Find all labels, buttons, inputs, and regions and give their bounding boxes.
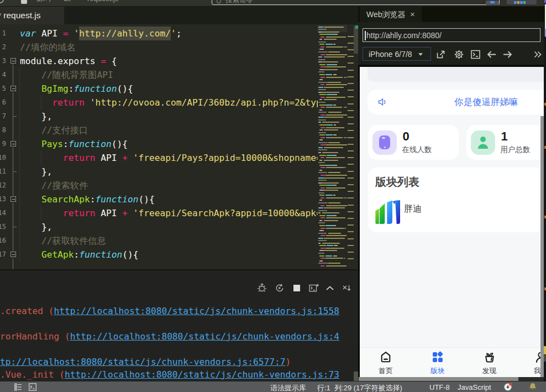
collapse-up-icon[interactable]	[325, 283, 335, 293]
minimap-line	[319, 245, 326, 246]
minimap-line	[319, 215, 326, 216]
minimap-line	[344, 137, 347, 138]
code-text: return API + 'freeapi/Pays?appid=10000&s…	[20, 151, 318, 165]
fold-icon[interactable]	[11, 196, 16, 202]
minimap-line	[319, 195, 324, 196]
board-logo[interactable]	[375, 200, 400, 225]
minimap-line	[334, 124, 336, 126]
gear-icon[interactable]	[454, 50, 464, 59]
cursor-position-status[interactable]: 行:1 列:29 (17字符被选择)	[317, 383, 402, 392]
minimap-line	[321, 197, 324, 198]
search-filter-button[interactable]	[486, 1, 499, 5]
token-op: +	[122, 153, 128, 163]
line-number: 6	[0, 96, 6, 109]
stop-icon[interactable]	[292, 283, 302, 293]
fold-icon[interactable]	[11, 86, 16, 91]
encoding-status[interactable]: UTF-8	[429, 383, 450, 391]
stat-card-online[interactable]: 0 在线人数	[368, 125, 459, 160]
minimap-line	[321, 107, 325, 108]
tab-web-browser[interactable]: Web浏览器 ×	[360, 7, 422, 22]
code-text: GetApk:function(){	[20, 248, 138, 262]
overview-mark	[348, 245, 354, 246]
minimap-line	[334, 185, 337, 186]
debug-icon[interactable]	[257, 283, 267, 293]
phone-tab-discover[interactable]: 发现	[468, 348, 512, 378]
console-panel[interactable]: .created (http://localhost:8080/static/j…	[0, 269, 358, 381]
announcement-card[interactable]: 你是傻逼胖娣嘛	[368, 90, 544, 114]
panel-horizontal-scrollbar[interactable]	[358, 377, 546, 381]
console-link[interactable]: http://localhost:8080/static/js/chunk-ve…	[54, 306, 339, 316]
device-select[interactable]: iPhone 6/7/8	[363, 47, 431, 61]
fold-icon[interactable]	[11, 252, 16, 257]
minimap-line	[319, 34, 327, 35]
terminal-add-icon[interactable]	[309, 283, 319, 293]
breadcrumb-dir[interactable]: dir	[64, 0, 71, 2]
fold-icon[interactable]	[11, 58, 16, 64]
token-op: +	[122, 208, 128, 218]
bell-icon[interactable]	[529, 383, 537, 391]
forward-arrow-icon[interactable]	[502, 50, 513, 59]
total-count: 1	[501, 130, 508, 143]
minimap[interactable]	[317, 24, 347, 269]
stat-card-total[interactable]: 1 用户总数	[466, 125, 544, 160]
update-icon[interactable]	[504, 383, 512, 391]
fold-icon[interactable]	[11, 141, 16, 147]
minimap-line	[333, 225, 336, 226]
breadcrumb-file[interactable]: request.js	[87, 0, 118, 2]
run-button[interactable]	[507, 0, 537, 4]
open-external-icon[interactable]	[436, 50, 445, 59]
syntax-lib-status[interactable]: 语法提示库	[270, 383, 306, 392]
minimap-line	[324, 39, 337, 40]
token-pl	[85, 97, 90, 108]
code-line-7: 7 },	[0, 109, 318, 123]
phone-page: 你是傻逼胖娣嘛 0 在线人数 1 用户总数	[360, 67, 544, 378]
command-search-input[interactable]: 搜索命令	[212, 0, 500, 5]
minimap-line	[318, 222, 325, 223]
minimap-line	[318, 59, 326, 60]
phone-tab-home[interactable]: 首页	[364, 348, 408, 378]
minimap-line	[319, 255, 324, 257]
back-arrow-icon[interactable]	[486, 50, 497, 59]
minimap-line	[318, 182, 322, 184]
close-icon[interactable]: ×	[410, 9, 415, 19]
board-item-name[interactable]: 胖迪	[404, 203, 422, 215]
minimap-line	[319, 109, 322, 111]
outline-list-icon[interactable]	[14, 383, 22, 391]
minimap-line	[319, 44, 324, 45]
token-fn: SearchApk	[41, 194, 90, 205]
phone-tab-grid[interactable]: 版块	[416, 348, 460, 378]
url-input[interactable]: http://ahlly.com/:8080/	[363, 28, 540, 42]
search-bar-card[interactable]	[368, 67, 544, 82]
console-link[interactable]: http://localhost:8080/static/js/chunk-ve…	[65, 369, 339, 380]
minimap-line	[328, 82, 341, 83]
minimap-line	[324, 160, 338, 161]
console-link[interactable]: http://localhost:8080/static/js/chunk-ve…	[70, 331, 339, 342]
restart-icon[interactable]	[275, 283, 285, 293]
online-label: 在线人数	[402, 145, 432, 155]
minimap-line	[326, 187, 345, 189]
overview-mark	[348, 90, 354, 91]
horizontal-scrollbar-thumb[interactable]	[359, 377, 518, 381]
console-link[interactable]: tp://localhost:8080/static/js/chunk-vend…	[0, 357, 286, 367]
token-pl	[128, 208, 133, 218]
more-chevrons-icon[interactable]	[533, 50, 542, 59]
token-pl: (){	[117, 83, 133, 94]
tab-request-js[interactable]: * request.js	[0, 7, 64, 24]
console-scrollbar-thumb[interactable]	[354, 372, 358, 381]
minimap-line	[322, 92, 339, 93]
phone-tab-label: 版块	[416, 366, 460, 376]
minimap-line	[322, 212, 339, 213]
search-icon	[217, 0, 221, 3]
minimap-line	[318, 149, 327, 150]
editor-scrollbar-thumb[interactable]	[354, 26, 358, 54]
code-editor[interactable]: 1var API = 'http://ahlly.com/';2//填你的域名3…	[0, 24, 358, 269]
code-line-14: 14 return API + 'freeapi/SearchApk?appid…	[0, 206, 318, 220]
terminal-icon[interactable]	[471, 50, 480, 59]
code-line-16: 16 //获取软件信息	[0, 234, 318, 248]
language-status[interactable]: JavaScript	[458, 383, 491, 391]
minimap-line	[326, 127, 344, 128]
breadcrumb-project[interactable]: 源码	[36, 0, 51, 2]
terminal-status-icon[interactable]	[29, 383, 36, 391]
token-pl: :	[69, 83, 74, 94]
clear-close-icon[interactable]	[342, 283, 351, 293]
